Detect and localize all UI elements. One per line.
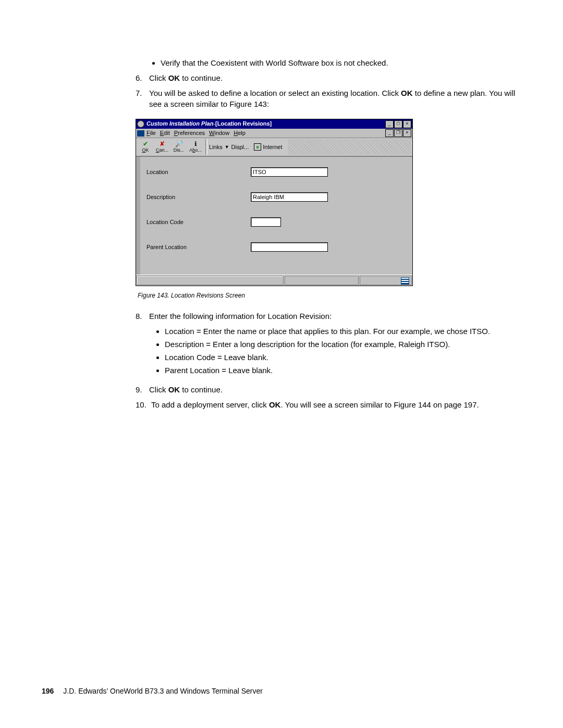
status-pane-3 — [360, 276, 412, 285]
toolbar: ✔ OK ✘ Can... 🔎 Dis... ℹ Abo... Links ▼ — [136, 138, 412, 157]
toolbar-separator — [205, 139, 207, 155]
check-icon: ✔ — [137, 141, 154, 148]
links-label: Links — [209, 143, 223, 151]
step8-bullet-2: Description = Enter a long description f… — [165, 339, 516, 350]
input-parent-location[interactable] — [251, 242, 328, 252]
input-location[interactable]: ITSO — [251, 167, 328, 177]
step-9: 9. Click OK to continue. — [136, 384, 516, 395]
menu-preferences[interactable]: Preferences — [174, 129, 205, 137]
dropdown-icon[interactable]: ▼ — [225, 144, 229, 151]
label-location: Location — [146, 168, 251, 176]
step8-bullet-4: Parent Location = Leave blank. — [165, 365, 516, 376]
menu-help[interactable]: Help — [234, 129, 246, 137]
binoculars-icon: 🔎 — [170, 141, 187, 148]
step-6: 6. Click OK to continue. — [136, 72, 516, 83]
statusbar — [136, 275, 412, 286]
step-7: 7. You will be asked to define a locatio… — [136, 88, 516, 109]
keyboard-icon — [401, 277, 409, 285]
footer-text: J.D. Edwards’ OneWorld B73.3 and Windows… — [63, 686, 263, 697]
title-doc: [Location Revisions] — [215, 120, 272, 128]
document-page: Verify that the Coexistent with World So… — [0, 0, 563, 728]
x-icon: ✘ — [154, 141, 170, 148]
step8-bullet-3: Location Code = Leave blank. — [165, 352, 516, 363]
label-description: Description — [146, 193, 251, 201]
label-parent-location: Parent Location — [146, 243, 251, 251]
app-icon — [137, 120, 144, 128]
status-pane-1 — [137, 276, 284, 285]
displ-button[interactable]: Displ... — [231, 143, 249, 151]
ok-button[interactable]: ✔ OK — [137, 141, 154, 153]
maximize-button[interactable]: □ — [394, 120, 402, 128]
window-location-revisions: Custom Installation Plan - [Location Rev… — [136, 119, 413, 286]
toolbar-hatch — [288, 139, 411, 155]
info-icon: ℹ — [187, 141, 204, 148]
input-description[interactable]: Raleigh IBM — [251, 192, 328, 202]
figure-143: Custom Installation Plan - [Location Rev… — [136, 119, 516, 300]
title-app: Custom Installation Plan — [146, 120, 213, 128]
cancel-button[interactable]: ✘ Can... — [154, 141, 170, 153]
menu-file[interactable]: File — [146, 129, 156, 137]
figure-caption: Figure 143. Location Revisions Screen — [138, 291, 516, 300]
page-number: 196 — [42, 686, 54, 697]
step-8: 8. Enter the following information for L… — [136, 311, 516, 380]
mdi-restore-button[interactable]: ❐ — [394, 129, 402, 137]
step8-bullet-1: Location = Enter the name or place that … — [165, 326, 516, 337]
close-button[interactable]: × — [403, 120, 411, 128]
mdi-minimize-button[interactable]: _ — [385, 129, 394, 137]
intro-bullet: Verify that the Coexistent with World So… — [161, 57, 516, 68]
form-area: Location ITSO Description Raleigh IBM Lo… — [136, 157, 412, 275]
abo-button[interactable]: ℹ Abo... — [187, 141, 204, 153]
internet-icon: e — [254, 143, 261, 151]
titlebar[interactable]: Custom Installation Plan - [Location Rev… — [136, 119, 412, 129]
step-10: 10. To add a deployment server, click OK… — [136, 399, 516, 410]
menu-window[interactable]: Window — [209, 129, 229, 137]
label-location-code: Location Code — [146, 218, 251, 226]
mdi-close-button[interactable]: × — [403, 129, 411, 137]
intro-bullet-block: Verify that the Coexistent with World So… — [136, 57, 516, 68]
doc-icon — [137, 130, 144, 137]
menu-edit[interactable]: Edit — [160, 129, 170, 137]
internet-button[interactable]: Internet — [263, 143, 282, 151]
minimize-button[interactable]: _ — [385, 120, 394, 128]
dis-button[interactable]: 🔎 Dis... — [170, 141, 187, 153]
input-location-code[interactable] — [251, 217, 281, 227]
menubar: File Edit Preferences Window Help _ ❐ × — [136, 129, 412, 138]
page-footer: 196 J.D. Edwards’ OneWorld B73.3 and Win… — [42, 686, 516, 697]
status-pane-2 — [285, 276, 359, 285]
